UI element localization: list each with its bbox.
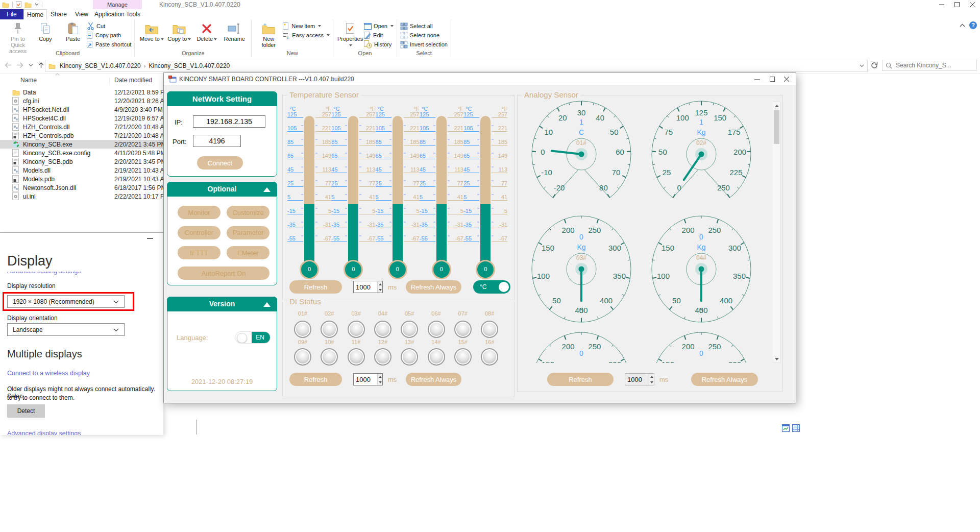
ribbon-invert-selection-button[interactable]: Invert selection	[400, 40, 448, 49]
spin-up-button[interactable]	[378, 281, 382, 287]
detect-button[interactable]: Detect	[7, 404, 45, 418]
tab-application-tools[interactable]: Application Tools	[93, 9, 142, 19]
connect-button[interactable]: Connect	[197, 156, 243, 170]
address-box[interactable]: Kincony_SCB_V1.0.407.0220›Kincony_SCB_V1…	[45, 60, 868, 72]
quick-access-toolbar[interactable]	[2, 1, 42, 8]
parameter-button[interactable]: Parameter	[227, 226, 270, 239]
file-row-models.pdb[interactable]: Models.pdb2/19/2021 10:43 AM	[0, 175, 163, 183]
ribbon-rename-button[interactable]: Rename	[220, 20, 248, 43]
ribbon-cut-button[interactable]: Cut	[87, 21, 131, 31]
ribbon-copy-path-button[interactable]: Copy path	[87, 31, 131, 40]
monitor-button[interactable]: Monitor	[178, 206, 220, 219]
ribbon-move-to-button[interactable]: Move to	[138, 20, 165, 43]
collapse-icon[interactable]	[263, 302, 271, 307]
help-icon[interactable]: ?	[969, 21, 977, 29]
spin-down-button[interactable]	[378, 379, 382, 385]
chevron-down-icon[interactable]	[860, 64, 867, 67]
temperature-interval-input[interactable]	[354, 281, 377, 293]
checked-file-icon[interactable]	[16, 1, 21, 8]
temperature-refresh-button[interactable]: Refresh	[289, 280, 342, 294]
resolution-dropdown[interactable]: 1920 × 1080 (Recommended)	[7, 295, 125, 308]
tab-file[interactable]: File	[0, 9, 23, 19]
breadcrumb-item[interactable]: Kincony_SCB_V1.0.407.0220	[146, 62, 232, 69]
di-refresh-button[interactable]: Refresh	[289, 373, 342, 386]
manage-contextual-tab[interactable]: Manage	[93, 0, 142, 9]
ip-field[interactable]: 192.168.2.135	[193, 115, 265, 128]
ribbon-copy-button[interactable]: Copy	[32, 20, 59, 43]
minimize-button[interactable]	[934, 0, 949, 9]
ribbon-new-item-button[interactable]: New item	[282, 21, 330, 31]
ribbon-properties-button[interactable]: Properties	[336, 20, 364, 49]
file-row-data[interactable]: Data12/12/2021 8:59 PM	[0, 88, 163, 96]
breadcrumb-item[interactable]: Kincony_SCB_V1.0.407.0220	[58, 62, 143, 69]
spin-up-button[interactable]	[378, 374, 382, 379]
refresh-icon[interactable]	[871, 62, 878, 69]
autoreport-button[interactable]: AutoReport On	[178, 267, 270, 280]
close-button[interactable]	[779, 73, 794, 85]
file-row-ui.ini[interactable]: ui.ini2/22/2021 10:17 PM	[0, 192, 163, 201]
file-row-hpsocket.net.dll[interactable]: HPSocket.Net.dll4/9/2020 3:40 PM	[0, 105, 163, 114]
tab-home[interactable]: Home	[23, 9, 47, 19]
minimize-button[interactable]	[147, 238, 153, 239]
ribbon-paste-button[interactable]: Paste	[59, 20, 87, 43]
file-row-kincony_scb.pdb[interactable]: Kincony_SCB.pdb2/20/2021 3:45 PM	[0, 157, 163, 166]
close-button[interactable]	[965, 0, 980, 9]
file-row-kincony_scb.exe.config[interactable]: Kincony_SCB.exe.config4/11/2020 5:48 PM	[0, 149, 163, 157]
forward-icon[interactable]	[16, 62, 24, 68]
advanced-scaling-settings-link[interactable]: Advanced scaling settings	[7, 272, 81, 275]
advanced-display-settings-link[interactable]: Advanced display settings	[7, 430, 81, 435]
tab-share[interactable]: Share	[47, 9, 70, 19]
file-row-newtonsoft.json.dll[interactable]: Newtonsoft.Json.dll6/18/2017 1:56 PM	[0, 183, 163, 192]
ribbon-open-button[interactable]: Open	[364, 21, 394, 31]
search-input[interactable]	[895, 61, 973, 69]
ribbon-history-button[interactable]: History	[364, 40, 394, 49]
search-box[interactable]	[882, 60, 977, 71]
column-header-date-modified[interactable]: Date modified	[114, 77, 152, 84]
di-interval-input[interactable]	[354, 374, 377, 385]
ribbon-select-none-button[interactable]: Select none	[400, 31, 448, 40]
emeter-button[interactable]: EMeter	[227, 246, 270, 259]
collapse-ribbon-icon[interactable]	[960, 23, 965, 27]
chevron-down-icon[interactable]	[35, 3, 39, 6]
ribbon-copy-to-button[interactable]: Copy to	[165, 20, 193, 43]
analogy-refresh-always-button[interactable]: Refresh Always	[691, 373, 758, 386]
tab-view[interactable]: View	[70, 9, 93, 19]
file-row-hzh_controls.pdb[interactable]: HZH_Controls.pdb7/21/2020 10:48 AM	[0, 131, 163, 140]
tray-chart-icon[interactable]	[782, 424, 790, 432]
scroll-up-icon[interactable]	[773, 102, 780, 109]
file-row-cfg.ini[interactable]: cfg.ini12/20/2021 8:26 AM	[0, 96, 163, 105]
up-icon[interactable]	[38, 62, 44, 68]
ifttt-button[interactable]: IFTTT	[178, 246, 220, 259]
back-icon[interactable]	[4, 62, 12, 68]
scrollbar-thumb[interactable]	[774, 110, 779, 144]
controller-button[interactable]: Controller	[178, 226, 220, 239]
folder-icon[interactable]	[24, 2, 32, 8]
column-divider[interactable]	[109, 77, 110, 84]
maximize-button[interactable]	[765, 73, 779, 85]
temperature-refresh-always-button[interactable]: Refresh Always	[406, 280, 461, 294]
collapse-icon[interactable]	[263, 187, 271, 192]
file-row-models.dll[interactable]: Models.dll2/19/2021 10:43 AM	[0, 166, 163, 175]
ribbon-easy-access-button[interactable]: Easy access	[282, 31, 330, 40]
analogy-refresh-button[interactable]: Refresh	[547, 373, 614, 386]
column-header-name[interactable]: Name	[20, 77, 37, 84]
di-refresh-always-button[interactable]: Refresh Always	[406, 373, 461, 386]
ribbon-new-folder-button[interactable]: New folder	[255, 20, 282, 49]
file-row-hpsocket4c.dll[interactable]: HPSocket4C.dll12/19/2019 6:57 AM	[0, 114, 163, 123]
file-row-hzh_controls.dll[interactable]: HZH_Controls.dll7/21/2020 10:48 AM	[0, 123, 163, 131]
celsius-fahrenheit-toggle[interactable]: °C	[473, 280, 510, 294]
port-field[interactable]: 4196	[193, 135, 241, 147]
connect-wireless-display-link[interactable]: Connect to a wireless display	[7, 370, 90, 377]
tray-grid-icon[interactable]	[792, 424, 800, 432]
scrollbar[interactable]	[773, 102, 780, 363]
language-toggle[interactable]: EN	[235, 331, 271, 344]
orientation-dropdown[interactable]: Landscape	[7, 323, 125, 336]
ribbon-delete-button[interactable]: Delete	[193, 20, 220, 43]
ribbon-select-all-button[interactable]: Select all	[400, 21, 448, 31]
ribbon-edit-button[interactable]: Edit	[364, 31, 394, 40]
file-row-kincony_scb.exe[interactable]: Kincony_SCB.exe2/20/2021 3:45 PM	[0, 140, 163, 149]
ribbon-paste-shortcut-button[interactable]: Paste shortcut	[87, 40, 131, 49]
customize-button[interactable]: Customize	[227, 206, 270, 219]
minimize-button[interactable]	[750, 73, 764, 85]
maximize-button[interactable]	[949, 0, 965, 9]
